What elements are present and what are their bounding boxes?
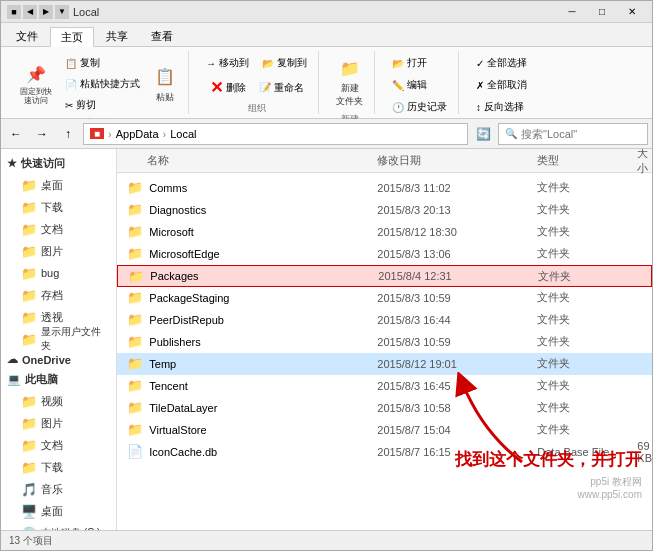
edit-button[interactable]: ✏️ 编辑 (387, 75, 452, 95)
tab-view[interactable]: 查看 (140, 26, 184, 46)
cut-button[interactable]: ✂ 剪切 (60, 95, 145, 115)
folder-icon: 📁 (127, 334, 143, 349)
file-list-header: 名称 修改日期 类型 大小 (117, 149, 652, 173)
file-row-publishers[interactable]: 📁Publishers 2015/8/3 10:59 文件夹 (117, 331, 652, 353)
col-header-type: 类型 (537, 153, 637, 168)
pin-button[interactable]: 📌 固定到快速访问 (15, 59, 57, 109)
ribbon-group-select: ✓ 全部选择 ✗ 全部取消 ↕ 反向选择 选择 (465, 51, 538, 114)
sidebar-item-desktop2[interactable]: 🖥️ 桌面 (1, 500, 116, 522)
sidebar-item-music[interactable]: 🎵 音乐 (1, 478, 116, 500)
folder-icon: 📁 (21, 416, 37, 431)
file-date: 2015/8/3 10:59 (377, 292, 537, 304)
sidebar-group-this-pc[interactable]: 💻 此电脑 (1, 369, 116, 390)
forward-button[interactable]: → (31, 123, 53, 145)
folder-icon: 📁 (21, 438, 37, 453)
file-date: 2015/8/12 18:30 (377, 226, 537, 238)
sidebar-item-pictures[interactable]: 📁 图片 (1, 240, 116, 262)
copy-to-button[interactable]: 📂 复制到 (257, 53, 312, 73)
folder-icon: 📁 (128, 269, 144, 284)
deselect-all-button[interactable]: ✗ 全部取消 (471, 75, 532, 95)
file-row[interactable]: 📄IconCache.db 2015/8/7 16:15 Data Base F… (117, 441, 652, 463)
history-button[interactable]: 🕐 历史记录 (387, 97, 452, 117)
file-name-text: MicrosoftEdge (149, 248, 219, 260)
folder-icon: 📁 (21, 460, 37, 475)
sidebar-item-documents2[interactable]: 📁 文档 (1, 434, 116, 456)
path-segment: ■ › AppData › Local (90, 128, 197, 140)
sidebar-group-quick-access[interactable]: ★ 快速访问 (1, 153, 116, 174)
file-row[interactable]: 📁PeerDistRepub 2015/8/3 16:44 文件夹 (117, 309, 652, 331)
file-name-text: Packages (150, 270, 198, 282)
search-box[interactable]: 🔍 (498, 123, 648, 145)
sidebar-item-pictures2[interactable]: 📁 图片 (1, 412, 116, 434)
tab-home[interactable]: 主页 (50, 27, 94, 47)
paste-shortcut-button[interactable]: 📄 粘贴快捷方式 (60, 74, 145, 94)
sidebar-item-label: 存档 (41, 288, 63, 303)
paste-icon: 📋 (153, 65, 177, 89)
sidebar-item-local-disk[interactable]: 💿 本地磁盘 (C:) (1, 522, 116, 530)
folder-icon: 📁 (21, 244, 37, 259)
file-row[interactable]: 📁VirtualStore 2015/8/7 15:04 文件夹 (117, 419, 652, 441)
new-folder-button[interactable]: 📁 新建文件夹 (331, 53, 368, 111)
sidebar-item-label: 显示用户文件夹 (41, 325, 110, 353)
sidebar-item-label: 透视 (41, 310, 63, 325)
close-button[interactable]: ✕ (618, 3, 646, 21)
address-path[interactable]: ■ › AppData › Local (83, 123, 468, 145)
properties-button[interactable] (384, 53, 416, 59)
folder-icon: 📁 (21, 310, 37, 325)
file-name-text: Diagnostics (149, 204, 206, 216)
file-row[interactable]: 📁Comms 2015/8/3 11:02 文件夹 (117, 177, 652, 199)
file-type: 文件夹 (538, 269, 638, 284)
sidebar-item-users-folder[interactable]: 📁 显示用户文件夹 (1, 328, 116, 350)
select-all-button[interactable]: ✓ 全部选择 (471, 53, 532, 73)
paste-button[interactable]: 📋 粘贴 (148, 62, 182, 107)
sidebar-item-downloads[interactable]: 📁 下载 (1, 196, 116, 218)
file-row[interactable]: 📁TileDataLayer 2015/8/3 10:58 文件夹 (117, 397, 652, 419)
file-row[interactable]: 📁Tencent 2015/8/3 16:45 文件夹 (117, 375, 652, 397)
maximize-button[interactable]: □ (588, 3, 616, 21)
sidebar-item-documents[interactable]: 📁 文档 (1, 218, 116, 240)
sidebar-item-label: bug (41, 267, 59, 279)
sidebar-item-videos[interactable]: 📁 视频 (1, 390, 116, 412)
move-to-icon: → (206, 58, 216, 69)
delete-button[interactable]: ✕ 删除 (205, 75, 251, 100)
file-name-text: Publishers (149, 336, 200, 348)
refresh-button[interactable]: 🔄 (472, 123, 494, 145)
folder-icon: 📁 (127, 290, 143, 305)
paste-shortcut-icon: 📄 (65, 79, 77, 90)
file-date: 2015/8/3 16:45 (377, 380, 537, 392)
path-local: Local (170, 128, 196, 140)
file-row[interactable]: 📁PackageStaging 2015/8/3 10:59 文件夹 (117, 287, 652, 309)
file-type: 文件夹 (537, 356, 637, 371)
back-button[interactable]: ← (5, 123, 27, 145)
this-pc-label: 此电脑 (25, 372, 58, 387)
sidebar-item-bug[interactable]: 📁 bug (1, 262, 116, 284)
file-row-packages[interactable]: 📁Packages 2015/8/4 12:31 文件夹 (117, 265, 652, 287)
ribbon-group-open: 📂 打开 ✏️ 编辑 🕐 历史记录 打开 (381, 51, 459, 114)
search-input[interactable] (521, 128, 641, 140)
move-to-button[interactable]: → 移动到 (201, 53, 254, 73)
minimize-button[interactable]: ─ (558, 3, 586, 21)
file-row-temp[interactable]: 📁Temp 2015/8/12 19:01 文件夹 (117, 353, 652, 375)
sidebar-item-storage[interactable]: 📁 存档 (1, 284, 116, 306)
rename-button[interactable]: 📝 重命名 (254, 75, 309, 100)
sidebar-item-downloads2[interactable]: 📁 下载 (1, 456, 116, 478)
file-row[interactable]: 📁Diagnostics 2015/8/3 20:13 文件夹 (117, 199, 652, 221)
file-name-text: IconCache.db (149, 446, 217, 458)
copy-button[interactable]: 📋 复制 (60, 53, 145, 73)
paste-shortcut-label: 粘贴快捷方式 (80, 77, 140, 91)
tab-share[interactable]: 共享 (95, 26, 139, 46)
file-row[interactable]: 📁Microsoft 2015/8/12 18:30 文件夹 (117, 221, 652, 243)
file-type: 文件夹 (537, 378, 637, 393)
sidebar-item-desktop[interactable]: 📁 桌面 (1, 174, 116, 196)
deselect-icon: ✗ (476, 80, 484, 91)
this-pc-icon: 💻 (7, 373, 21, 386)
file-row[interactable]: 📁MicrosoftEdge 2015/8/3 13:06 文件夹 (117, 243, 652, 265)
path-appdata: AppData (116, 128, 159, 140)
sidebar-item-label: 音乐 (41, 482, 63, 497)
invert-select-button[interactable]: ↕ 反向选择 (471, 97, 532, 117)
file-type: 文件夹 (537, 246, 637, 261)
tab-file[interactable]: 文件 (5, 26, 49, 46)
up-button[interactable]: ↑ (57, 123, 79, 145)
folder-icon: 📁 (127, 180, 143, 195)
file-date: 2015/8/3 11:02 (377, 182, 537, 194)
